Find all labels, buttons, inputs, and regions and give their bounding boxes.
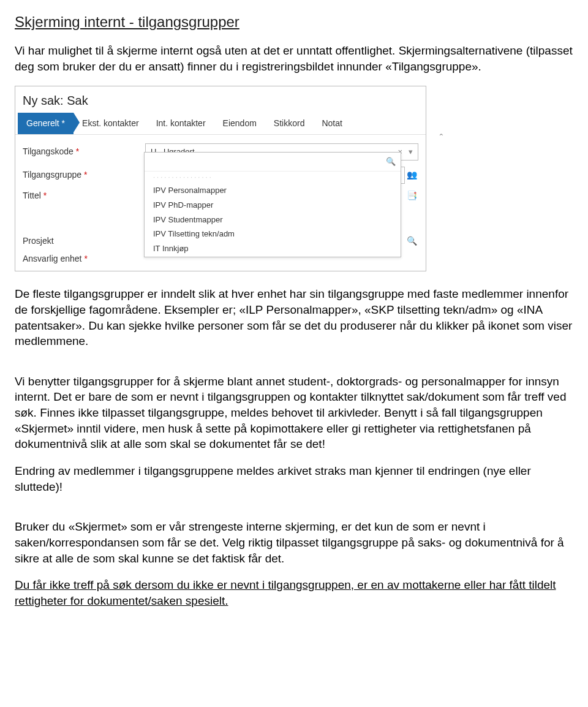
search-prosjekt-icon[interactable]: 🔍 <box>405 235 418 247</box>
group-icon[interactable]: 👥 <box>405 169 418 181</box>
dropdown-item[interactable]: IT Innkjøp <box>145 241 401 256</box>
dropdown-search-row[interactable]: 🔍 <box>145 153 401 172</box>
dropdown-item[interactable]: IPV PhD-mapper <box>145 198 401 213</box>
paragraph-endring: Endring av medlemmer i tilgangsgruppene … <box>15 463 573 494</box>
tab-stikkord[interactable]: Stikkord <box>265 113 314 134</box>
tab-generelt[interactable]: Generelt * <box>18 113 74 134</box>
dropdown-item[interactable]: IPV Personalmapper <box>145 183 401 198</box>
add-entry-icon[interactable]: 📑 <box>405 190 418 202</box>
paragraph-warning: Du får ikke treff på søk dersom du ikke … <box>15 577 573 608</box>
form-area: Tilgangskode * U - Ugradert × ▾ Tilgangs… <box>15 135 426 271</box>
label-tilgangskode: Tilgangskode * <box>23 146 145 157</box>
tab-eiendom[interactable]: Eiendom <box>214 113 265 134</box>
dropdown-item-truncated[interactable]: · · · · · · · · · · · · · · · · <box>145 173 401 184</box>
chevron-down-icon[interactable]: ▾ <box>409 146 413 157</box>
dropdown-item[interactable]: IPV Studentmapper <box>145 213 401 227</box>
dropdown-scrollbar[interactable]: ˆ <box>440 132 443 145</box>
screenshot-figure: Ny sak: Sak Generelt * Ekst. kontakter I… <box>15 86 573 272</box>
page-heading: Skjerming internt - tilgangsgrupper <box>15 12 573 32</box>
tab-notat[interactable]: Notat <box>313 113 350 134</box>
paragraph-skjermet: Bruker du «Skjermet» som er vår strenges… <box>15 519 573 566</box>
paragraph-usage: Vi benytter tilgangsgrupper for å skjerm… <box>15 374 573 452</box>
tilgangsgruppe-dropdown[interactable]: 🔍 · · · · · · · · · · · · · · · · IPV Pe… <box>144 152 401 258</box>
label-ansvarlig-enhet: Ansvarlig enhet * <box>23 253 145 265</box>
label-tittel: Tittel * <box>23 190 145 202</box>
app-window-title: Ny sak: Sak <box>15 86 426 113</box>
app-screenshot: Ny sak: Sak Generelt * Ekst. kontakter I… <box>15 86 426 272</box>
intro-paragraph: Vi har mulighet til å skjerme internt og… <box>15 43 573 74</box>
dropdown-item[interactable]: IPV Tilsetting tekn/adm <box>145 227 401 241</box>
tab-int-kontakter[interactable]: Int. kontakter <box>148 113 214 134</box>
scroll-up-icon[interactable]: ˆ <box>440 132 443 145</box>
tab-bar: Generelt * Ekst. kontakter Int. kontakte… <box>15 113 426 135</box>
tab-ekst-kontakter[interactable]: Ekst. kontakter <box>74 113 148 134</box>
search-icon[interactable]: 🔍 <box>386 156 396 167</box>
dropdown-list: · · · · · · · · · · · · · · · · IPV Pers… <box>145 172 401 257</box>
label-tilgangsgruppe: Tilgangsgruppe * <box>23 169 145 181</box>
paragraph-tilgangsgrupper-desc: De fleste tilgangsgrupper er inndelt sli… <box>15 286 573 349</box>
label-prosjekt: Prosjekt <box>23 235 145 247</box>
